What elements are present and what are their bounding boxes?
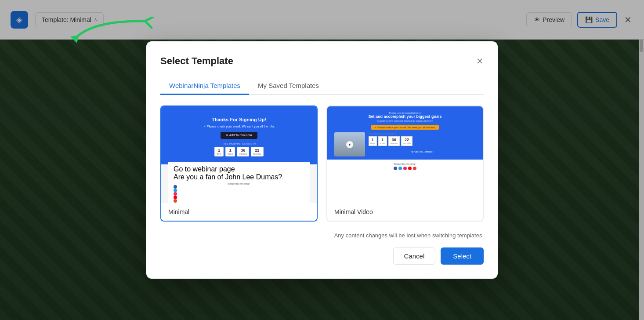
tab-my-saved[interactable]: My Saved Templates — [249, 77, 328, 95]
cancel-button[interactable]: Cancel — [393, 247, 436, 265]
countdown-seconds: 22 seconds — [251, 147, 264, 156]
template-card-minimal-video[interactable]: Thank you for registering for Set and ac… — [326, 105, 484, 222]
mv-social-instagram — [403, 167, 407, 170]
countdown-hours: 1 hours — [225, 147, 235, 156]
tab-webinar-ninja[interactable]: WebinarNinja Templates — [160, 77, 249, 95]
mv-social-google — [413, 167, 416, 170]
template-card-minimal[interactable]: Thanks For Signing Up! ✓ Please check yo… — [160, 105, 318, 222]
minimal-lower: Go to webinar page Are you a fan of John… — [168, 162, 310, 203]
social-twitter — [174, 189, 177, 192]
mv-countdown-days: 1 days — [369, 136, 377, 146]
mv-top: Thank you for registering for Set and ac… — [368, 112, 441, 122]
social-instagram — [174, 192, 177, 196]
countdown-days: 1 days — [214, 147, 224, 156]
social-youtube — [174, 196, 177, 199]
minimal-heading: Thanks For Signing Up! — [212, 117, 266, 122]
mv-countdown-seconds: 22 seconds — [401, 136, 413, 146]
mv-lower: Share this webinar: — [334, 160, 476, 173]
modal-footer: Cancel Select — [160, 247, 484, 265]
social-row-minimal — [174, 185, 304, 203]
mv-cal-button: ⊕ Add To Calendar — [369, 149, 476, 154]
mv-countdown-minutes: 36 minutes — [388, 136, 400, 146]
modal-header: Select Template ✕ — [160, 55, 484, 67]
mv-sub2: A webinar live webinar hosted by Omar Ze… — [368, 120, 441, 122]
countdown-minutes: 36 minutes — [237, 147, 249, 156]
mv-content: ▶ THIS WEBINAR STARTS IN 1 days 1 hours — [334, 132, 476, 156]
minimal-cal-button: ⊕ Add To Calendar — [221, 132, 257, 139]
mv-share-label: Share this webinar: — [340, 163, 470, 165]
warning-text: Any content changes will be lost when sw… — [160, 232, 484, 239]
goto-link: Go to webinar page — [174, 165, 304, 173]
templates-grid: Thanks For Signing Up! ✓ Please check yo… — [160, 105, 484, 222]
mv-countdown: 1 days 1 hours 36 minutes — [369, 136, 476, 146]
template-name-minimal: Minimal — [161, 203, 317, 221]
mv-webinar-starts: THIS WEBINAR STARTS IN — [369, 132, 476, 135]
minimal-check-row: ✓ Please check your email. We sent you a… — [203, 125, 275, 128]
fan-row: Are you a fan of John Lee Dumas? — [174, 173, 304, 181]
mv-video-thumb: ▶ — [334, 132, 365, 156]
modal-close-button[interactable]: ✕ — [476, 57, 484, 65]
mv-social-facebook — [394, 167, 397, 170]
select-template-modal: Select Template ✕ WebinarNinja Templates… — [146, 41, 498, 279]
select-button[interactable]: Select — [441, 247, 484, 265]
mv-heading: Set and accomplish your biggest goals — [368, 114, 441, 119]
mv-social-twitter — [398, 167, 402, 170]
mv-social-youtube — [408, 167, 412, 170]
template-preview-minimal: Thanks For Signing Up! ✓ Please check yo… — [161, 106, 317, 203]
mv-countdown-hours: 1 hours — [378, 136, 387, 146]
video-play-icon: ▶ — [346, 141, 353, 148]
mv-right: THIS WEBINAR STARTS IN 1 days 1 hours — [369, 132, 476, 154]
template-preview-minimal-video: Thank you for registering for Set and ac… — [327, 106, 483, 203]
social-google — [174, 199, 177, 203]
mv-yellow-bar: ✓ Please check your email. We sent you a… — [371, 125, 439, 130]
template-name-minimal-video: Minimal Video — [327, 203, 483, 221]
social-facebook — [174, 185, 177, 189]
mv-social-row — [340, 167, 470, 170]
modal-title: Select Template — [160, 55, 233, 67]
minimal-countdown: 1 days 1 hours 36 minutes 22 seconds — [214, 147, 263, 156]
minimal-webinar-starts: THIS WEBINAR STARTS IN — [222, 142, 256, 145]
template-tabs: WebinarNinja Templates My Saved Template… — [160, 77, 484, 95]
